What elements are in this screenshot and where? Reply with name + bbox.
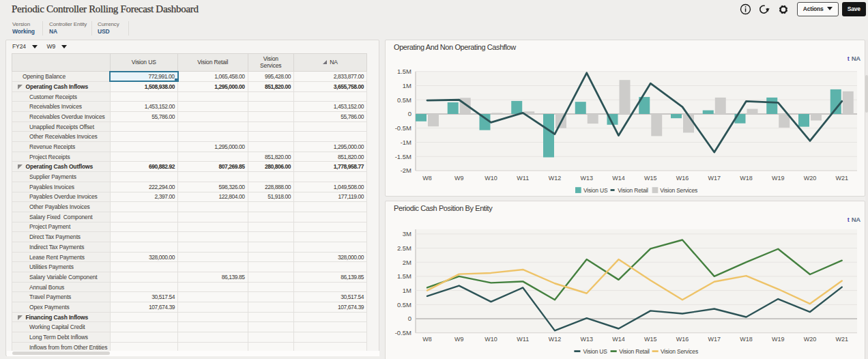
- svg-text:1M: 1M: [403, 287, 411, 294]
- svg-text:0.5M: 0.5M: [397, 301, 411, 308]
- svg-text:1.5M: 1.5M: [397, 68, 411, 75]
- svg-text:W12: W12: [549, 175, 562, 182]
- svg-text:W9: W9: [454, 175, 464, 182]
- svg-text:-0.5M: -0.5M: [395, 124, 411, 132]
- svg-text:W8: W8: [422, 175, 432, 182]
- svg-text:1.5M: 1.5M: [397, 272, 411, 280]
- svg-text:W9: W9: [454, 336, 464, 343]
- svg-text:2.5M: 2.5M: [397, 244, 411, 252]
- svg-text:0: 0: [408, 315, 411, 322]
- svg-text:0: 0: [408, 110, 411, 117]
- svg-text:W17: W17: [708, 175, 721, 182]
- svg-text:W13: W13: [580, 336, 593, 343]
- svg-text:-0.5M: -0.5M: [395, 329, 411, 336]
- svg-text:-1.5M: -1.5M: [395, 153, 411, 160]
- svg-text:W10: W10: [484, 336, 497, 343]
- svg-text:W17: W17: [708, 336, 721, 343]
- svg-text:Vision Retail: Vision Retail: [619, 348, 650, 355]
- svg-text:W20: W20: [804, 336, 817, 343]
- svg-text:W15: W15: [644, 175, 657, 182]
- svg-text:3M: 3M: [403, 230, 411, 238]
- svg-text:W19: W19: [772, 336, 785, 343]
- svg-text:W16: W16: [676, 336, 689, 343]
- svg-text:2M: 2M: [403, 259, 411, 266]
- svg-text:-1M: -1M: [401, 139, 411, 146]
- svg-text:1M: 1M: [403, 82, 411, 89]
- svg-text:W20: W20: [804, 175, 817, 182]
- svg-text:Vision Services: Vision Services: [661, 348, 698, 355]
- svg-text:Vision Services: Vision Services: [660, 187, 697, 194]
- svg-text:W18: W18: [740, 175, 753, 182]
- svg-text:W13: W13: [580, 175, 593, 182]
- svg-text:Vision US: Vision US: [583, 187, 608, 194]
- svg-text:W19: W19: [772, 175, 785, 182]
- svg-text:W11: W11: [517, 336, 529, 343]
- svg-text:-2M: -2M: [401, 167, 411, 174]
- svg-text:W15: W15: [644, 336, 657, 343]
- svg-text:W21: W21: [835, 175, 848, 182]
- svg-text:W8: W8: [422, 336, 432, 343]
- svg-text:Vision Retail: Vision Retail: [618, 187, 648, 194]
- svg-text:W18: W18: [740, 336, 753, 343]
- svg-text:0.5M: 0.5M: [397, 96, 411, 104]
- svg-text:W16: W16: [676, 175, 689, 182]
- svg-text:W12: W12: [549, 336, 562, 343]
- svg-text:Vision US: Vision US: [583, 348, 607, 355]
- svg-text:W21: W21: [835, 336, 848, 343]
- svg-text:W11: W11: [517, 175, 529, 182]
- svg-text:W14: W14: [612, 175, 625, 182]
- svg-text:W10: W10: [484, 175, 497, 182]
- svg-text:W14: W14: [612, 336, 625, 343]
